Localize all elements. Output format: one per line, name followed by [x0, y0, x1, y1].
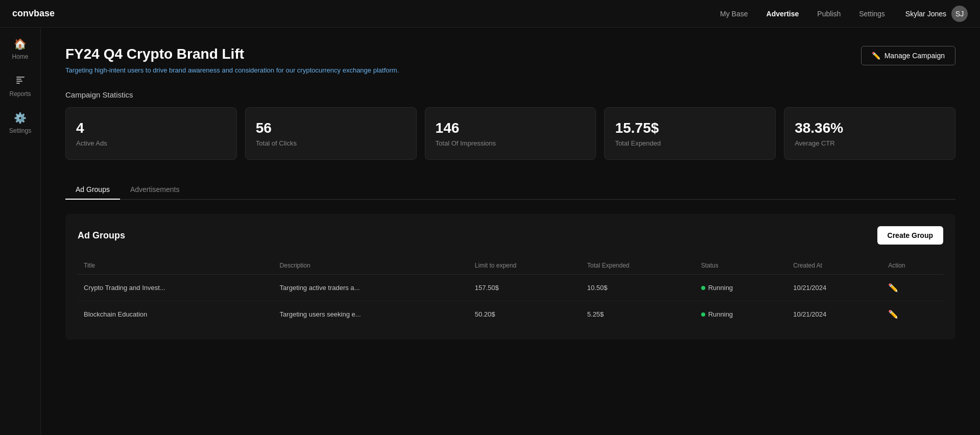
row1-created-at: 10/21/2024 — [787, 275, 882, 301]
stat-name-impressions: Total Of Impressions — [436, 139, 586, 147]
stat-value-impressions: 146 — [436, 120, 586, 136]
sidebar-item-label-home: Home — [12, 53, 28, 60]
stat-value-active-ads: 4 — [76, 120, 226, 136]
row2-created-at: 10/21/2024 — [787, 301, 882, 328]
row1-title: Crypto Trading and Invest... — [78, 275, 274, 301]
page-header: FY24 Q4 Crypto Brand Lift Targeting high… — [65, 46, 955, 74]
status-dot — [701, 286, 705, 290]
ad-groups-header: Ad Groups Create Group — [78, 226, 943, 245]
svg-rect-3 — [16, 83, 20, 84]
nav-publish[interactable]: Publish — [817, 10, 841, 18]
home-icon: 🏠 — [14, 38, 27, 50]
stats-grid: 4 Active Ads 56 Total of Clicks 146 Tota… — [65, 107, 955, 160]
nav-my-base[interactable]: My Base — [720, 10, 748, 18]
nav-advertise[interactable]: Advertise — [767, 10, 799, 18]
table-row: Crypto Trading and Invest... Targeting a… — [78, 275, 943, 301]
pencil-icon: ✏️ — [872, 52, 880, 60]
ad-groups-table: Title Description Limit to expend Total … — [78, 257, 943, 327]
tab-ad-groups[interactable]: Ad Groups — [65, 180, 120, 200]
row1-limit: 157.50$ — [469, 275, 581, 301]
page-subtitle: Targeting high-intent users to drive bra… — [65, 66, 399, 74]
row1-description: Targeting active traders a... — [274, 275, 469, 301]
manage-campaign-button[interactable]: ✏️ Manage Campaign — [861, 46, 955, 65]
ad-groups-title: Ad Groups — [78, 230, 125, 241]
row2-title: Blockchain Education — [78, 301, 274, 328]
stat-value-clicks: 56 — [256, 120, 406, 136]
user-section: Skylar Jones SJ — [905, 6, 968, 22]
nav-settings[interactable]: Settings — [859, 10, 885, 18]
col-limit: Limit to expend — [469, 257, 581, 275]
sidebar: 🏠 Home Reports ⚙️ Settings — [0, 28, 41, 435]
stat-value-ctr: 38.36% — [795, 120, 945, 136]
stat-clicks: 56 Total of Clicks — [245, 107, 417, 160]
tab-advertisements[interactable]: Advertisements — [120, 180, 189, 200]
create-group-button[interactable]: Create Group — [877, 226, 943, 245]
col-title: Title — [78, 257, 274, 275]
stat-name-expended: Total Expended — [615, 139, 765, 147]
row1-status: Running — [695, 275, 787, 301]
stats-label: Campaign Statistics — [65, 90, 955, 99]
row2-action[interactable]: ✏️ — [882, 301, 943, 328]
sidebar-item-settings[interactable]: ⚙️ Settings — [9, 112, 31, 134]
status-dot — [701, 312, 705, 317]
row2-description: Targeting users seeking e... — [274, 301, 469, 328]
stat-name-clicks: Total of Clicks — [256, 139, 406, 147]
row1-total-expended: 10.50$ — [581, 275, 695, 301]
edit-icon-row2[interactable]: ✏️ — [888, 310, 898, 319]
row2-total-expended: 5.25$ — [581, 301, 695, 328]
sidebar-item-reports[interactable]: Reports — [9, 75, 31, 98]
stat-name-active-ads: Active Ads — [76, 139, 226, 147]
user-name: Skylar Jones — [905, 10, 946, 18]
tabs: Ad Groups Advertisements — [65, 180, 955, 200]
row2-status: Running — [695, 301, 787, 328]
svg-rect-0 — [16, 77, 25, 78]
edit-icon-row1[interactable]: ✏️ — [888, 283, 898, 292]
stat-name-ctr: Average CTR — [795, 139, 945, 147]
stat-ctr: 38.36% Average CTR — [784, 107, 955, 160]
row1-status-label: Running — [708, 284, 733, 292]
row1-action[interactable]: ✏️ — [882, 275, 943, 301]
page-header-text: FY24 Q4 Crypto Brand Lift Targeting high… — [65, 46, 399, 74]
stat-impressions: 146 Total Of Impressions — [425, 107, 596, 160]
reports-icon — [15, 75, 26, 87]
logo: convbase — [12, 8, 55, 19]
sidebar-item-label-reports: Reports — [9, 90, 31, 98]
row2-limit: 50.20$ — [469, 301, 581, 328]
stat-active-ads: 4 Active Ads — [65, 107, 237, 160]
page-title: FY24 Q4 Crypto Brand Lift — [65, 46, 399, 62]
top-nav: convbase My Base Advertise Publish Setti… — [0, 0, 980, 28]
settings-icon: ⚙️ — [14, 112, 27, 124]
stat-expended: 15.75$ Total Expended — [604, 107, 776, 160]
col-description: Description — [274, 257, 469, 275]
sidebar-item-label-settings: Settings — [9, 127, 31, 134]
nav-links: My Base Advertise Publish Settings — [720, 10, 885, 18]
content: FY24 Q4 Crypto Brand Lift Targeting high… — [41, 28, 980, 435]
manage-btn-label: Manage Campaign — [885, 52, 945, 60]
avatar: SJ — [951, 6, 968, 22]
col-action: Action — [882, 257, 943, 275]
col-status: Status — [695, 257, 787, 275]
ad-groups-section: Ad Groups Create Group Title Description… — [65, 214, 955, 340]
col-created-at: Created At — [787, 257, 882, 275]
table-row: Blockchain Education Targeting users see… — [78, 301, 943, 328]
row2-status-label: Running — [708, 310, 733, 318]
sidebar-item-home[interactable]: 🏠 Home — [12, 38, 28, 60]
stat-value-expended: 15.75$ — [615, 120, 765, 136]
svg-rect-1 — [16, 79, 21, 80]
main-layout: 🏠 Home Reports ⚙️ Settings FY24 Q4 Cry — [0, 28, 980, 435]
col-total-expended: Total Expended — [581, 257, 695, 275]
svg-rect-2 — [16, 81, 22, 82]
